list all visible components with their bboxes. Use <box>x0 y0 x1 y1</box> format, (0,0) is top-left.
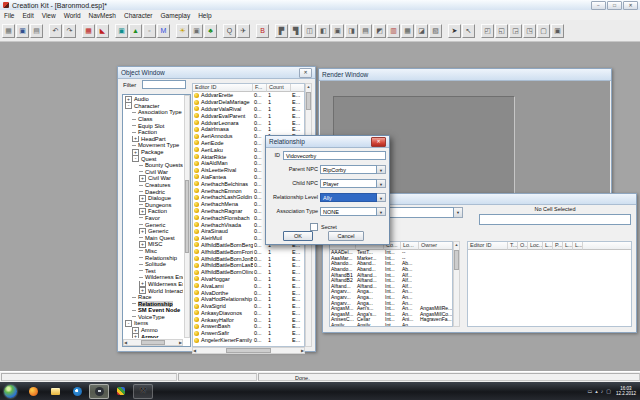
taskbar-steam-button[interactable] <box>89 384 109 399</box>
ref-column-header-loc[interactable]: Loc... <box>528 242 543 250</box>
tree-item-package[interactable]: +Package <box>124 149 183 156</box>
hidden-icons-arrow[interactable]: ▴ <box>595 389 598 394</box>
render-window-titlebar[interactable]: Render Window <box>319 69 611 81</box>
list-horizontal-scrollbar[interactable]: ◀▶ <box>192 347 305 354</box>
window-icon-10-button[interactable]: ▦ <box>401 24 414 38</box>
taskbar-clock[interactable]: 16:03 12.2.2012 <box>616 386 636 397</box>
collapse-icon[interactable]: - <box>132 155 139 162</box>
relationship-level-value[interactable]: Ally <box>320 193 377 202</box>
tree-item-voicetype[interactable]: VoiceType <box>124 314 183 321</box>
panel-icon-3-button[interactable]: ◲ <box>509 24 522 38</box>
object-row-ankasydiavonos[interactable]: AnkasyDiavonos0...1E... <box>193 310 304 317</box>
close-button[interactable]: ✕ <box>623 1 638 10</box>
window-icon-7-button[interactable]: ▤ <box>359 24 372 38</box>
window-icon-3-button[interactable]: ◫ <box>303 24 316 38</box>
tree-item-movement-type[interactable]: Movement Type <box>124 142 183 149</box>
volume-icon[interactable]: ♪ <box>601 389 604 394</box>
collapse-icon[interactable]: - <box>125 103 132 110</box>
cell-list-scrollbar[interactable]: ▲ <box>453 241 460 327</box>
tree-item-favor[interactable]: Favor <box>124 215 183 222</box>
data-files-button[interactable]: ▦ <box>2 24 15 38</box>
object-row-addvarleonara[interactable]: AddvarLeonara0...1E... <box>193 119 304 126</box>
expand-icon[interactable]: + <box>132 136 139 143</box>
taskbar-explorer-button[interactable] <box>45 384 65 399</box>
preferences-button[interactable]: ▤ <box>30 24 43 38</box>
menu-navmesh[interactable]: NavMesh <box>85 11 120 20</box>
toggle-lights-button[interactable]: ☀ <box>176 24 189 38</box>
object-row-alfhildbattlebornfrorickstadt[interactable]: AlfhildBattleBornFrorickstadt0...1E... <box>193 248 304 255</box>
tree-item-relationship[interactable]: Relationship <box>124 254 183 261</box>
expand-icon[interactable]: + <box>132 327 139 334</box>
tree-item-main-quest[interactable]: Main Quest <box>124 234 183 241</box>
menu-world[interactable]: World <box>60 11 85 20</box>
chevron-down-icon[interactable]: ▼ <box>377 179 386 188</box>
move-axes-button[interactable]: ↖ <box>462 24 475 38</box>
tree-item-bounty-quests[interactable]: Bounty Quests <box>124 162 183 169</box>
chevron-down-icon[interactable]: ▼ <box>377 165 386 174</box>
start-button[interactable] <box>4 385 17 398</box>
association-type-value[interactable]: NONE <box>320 207 377 216</box>
ref-column-header-l[interactable]: L... <box>573 242 583 250</box>
tree-item-faction[interactable]: Faction <box>124 129 183 136</box>
object-window-close-icon[interactable]: ✕ <box>299 68 312 78</box>
object-row-addvarvalarival[interactable]: AddvarValaRival0...1E... <box>193 106 304 113</box>
column-header-blank[interactable] <box>291 84 305 92</box>
cell-object-list-header[interactable]: Editor IDT...O...Loc...L...P...L...L... <box>468 242 631 250</box>
cell-row-angasm[interactable]: AngasM...Anga's...Int...An...AngasMillCo… <box>330 312 452 318</box>
expand-icon[interactable]: + <box>139 287 146 294</box>
column-header-count[interactable]: Count <box>267 84 291 92</box>
object-row-anwensafir[interactable]: AnwenSafir0...1E... <box>193 330 304 337</box>
object-row-alvadorthe[interactable]: AlvaDorthe0...1E... <box>193 289 304 296</box>
object-window-titlebar[interactable]: Object Window ✕ <box>118 67 315 79</box>
ref-column-header-o[interactable]: O... <box>518 242 528 250</box>
tree-item-world-interactio[interactable]: +World Interactio <box>124 287 183 294</box>
object-row-addvardelamariage[interactable]: AddvarDelaMariage0...1E... <box>193 99 304 106</box>
expand-icon[interactable]: + <box>139 228 146 235</box>
cell-row-angasm[interactable]: AngasM...Aeri's...Int...An...AngasMillRe… <box>330 306 452 312</box>
ref-column-header-l[interactable]: L... <box>543 242 553 250</box>
secret-checkbox[interactable]: Secret <box>310 223 337 231</box>
tree-item-misc[interactable]: Misc <box>124 248 183 255</box>
panel-icon-2-button[interactable]: ◱ <box>495 24 508 38</box>
expand-icon[interactable]: + <box>139 281 146 288</box>
child-npc-combo[interactable]: Player ▼ <box>320 179 386 188</box>
cell-row-ansilv[interactable]: Ansilv...Ansilv...Int...An... <box>330 323 452 327</box>
ref-column-header-t[interactable]: T... <box>508 242 518 250</box>
expand-icon[interactable]: + <box>139 195 146 202</box>
world-spaces-button[interactable]: ▣ <box>115 24 128 38</box>
object-row-alvasigrid[interactable]: AlvaSigrid0...1E... <box>193 303 304 310</box>
object-row-ankasyhalfor[interactable]: AnkasyHalfor0...1E... <box>193 316 304 323</box>
parent-npc-combo[interactable]: RipCorby ▼ <box>320 165 386 174</box>
ref-column-header-editor-id[interactable]: Editor ID <box>468 242 508 250</box>
expand-icon[interactable]: + <box>125 96 132 103</box>
object-row-anwenbash[interactable]: AnwenBash0...1E... <box>193 323 304 330</box>
filter-input[interactable] <box>142 80 186 89</box>
ok-button[interactable]: OK <box>283 231 313 241</box>
redo-button[interactable]: ↷ <box>63 24 76 38</box>
snap-to-angle-button[interactable]: ◣ <box>96 24 109 38</box>
tree-item-daedric[interactable]: Daedric <box>124 188 183 195</box>
window-icon-2-button[interactable]: ▜ <box>289 24 302 38</box>
tree-item-class[interactable]: Class <box>124 116 183 123</box>
tree-item-generic[interactable]: Generic <box>124 221 183 228</box>
tree-vertical-scrollbar[interactable] <box>184 95 190 338</box>
parent-npc-value[interactable]: RipCorby <box>320 165 377 174</box>
menu-file[interactable]: File <box>0 11 18 20</box>
object-row-alvahodrelationship[interactable]: AlvaHodRelationship0...1E... <box>193 296 304 303</box>
id-input[interactable]: Vidovecorby <box>283 151 386 160</box>
tree-item-equip-slot[interactable]: Equip Slot <box>124 122 183 129</box>
cell-row-anisesc[interactable]: AnisesC...CellarInt...Ani...HagravenFa..… <box>330 317 452 323</box>
tree-item-dialogue[interactable]: +Dialogue <box>124 195 183 202</box>
object-list-header[interactable]: Editor IDF...Count <box>193 84 304 92</box>
maximize-button[interactable]: □ <box>607 1 622 10</box>
tree-item-test[interactable]: Test <box>124 267 183 274</box>
tree-item-race[interactable]: Race <box>124 294 183 301</box>
tree-item-audio[interactable]: +Audio <box>124 96 183 103</box>
relationship-dialog-titlebar[interactable]: Relationship ✕ <box>266 136 389 148</box>
cell-column-header-owner[interactable]: Owner <box>419 242 453 250</box>
tree-item-wilderness-enc[interactable]: +Wilderness Enc <box>124 281 183 288</box>
minimize-button[interactable]: − <box>591 1 606 10</box>
cell-name-field[interactable] <box>479 214 631 225</box>
tree-item-headpart[interactable]: +HeadPart <box>124 136 183 143</box>
filtered-dialogue-button[interactable]: Q <box>223 24 236 38</box>
